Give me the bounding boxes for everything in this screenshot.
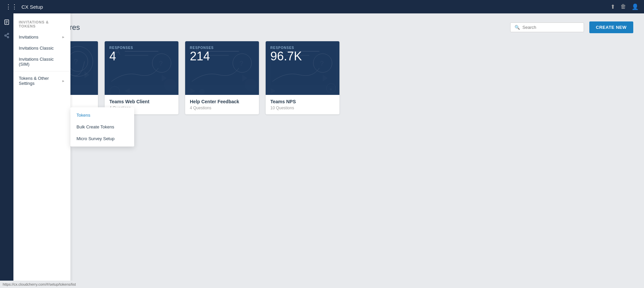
sidebar-item-questionnaires[interactable]	[0, 16, 13, 30]
svg-text:?: ?	[74, 57, 78, 66]
user-icon[interactable]: 👤	[632, 3, 639, 10]
submenu-item-micro-survey[interactable]: Micro Survey Setup	[70, 133, 134, 145]
status-url: https://cx.cloudcherry.com/#/setup/token…	[3, 282, 76, 286]
search-input[interactable]	[523, 25, 580, 30]
card-image-teams-web-client: A ? RESPONSES 4	[105, 41, 178, 95]
svg-point-30	[245, 79, 257, 91]
left-panel-item-invitations-classic[interactable]: Invitations Classic	[13, 43, 70, 54]
card-responses-teams-web: RESPONSES 4	[109, 46, 133, 63]
svg-point-21	[164, 79, 176, 91]
page-header: 4 Questionnaires 🔍 CREATE NEW	[24, 21, 633, 33]
left-panel-header: Invitations & Tokens	[13, 17, 70, 32]
card-teams-web-client[interactable]: A ? RESPONSES 4 Teams Web Client	[105, 41, 178, 114]
trash-icon[interactable]: 🗑	[621, 3, 626, 10]
svg-marker-31	[190, 88, 195, 94]
tokens-submenu: Tokens Bulk Create Tokens Micro Survey S…	[70, 107, 134, 147]
left-panel-item-tokens-settings[interactable]: Tokens & Other Settings ►	[13, 73, 70, 89]
svg-text:?: ?	[159, 60, 163, 67]
submenu-item-bulk-create[interactable]: Bulk Create Tokens	[70, 121, 134, 133]
card-responses-teams-nps: RESPONSES 96.7K	[270, 46, 302, 63]
svg-marker-23	[125, 88, 130, 94]
search-box[interactable]: 🔍	[510, 22, 584, 32]
svg-point-5	[5, 35, 6, 36]
svg-point-22	[110, 87, 120, 95]
svg-marker-39	[271, 88, 276, 94]
header-actions: 🔍 CREATE NEW	[510, 21, 633, 33]
search-icon: 🔍	[515, 25, 520, 30]
left-panel: Invitations & Tokens Invitations ► Invit…	[13, 13, 70, 288]
chevron-right-icon: ►	[62, 35, 65, 39]
topbar-actions: ⬆ 🗑 👤	[610, 3, 639, 10]
card-image-teams-nps: A ? ★ RESPONSES 96.7K	[266, 41, 339, 95]
card-teams-nps[interactable]: A ? ★ RESPONSES 96.7K Teams NPS	[266, 41, 339, 114]
left-panel-item-invitations[interactable]: Invitations ►	[13, 32, 70, 43]
svg-point-6	[7, 37, 9, 38]
share-icon	[4, 33, 10, 40]
left-panel-item-invitations-classic-sim[interactable]: Invitations Classic (SIM)	[13, 54, 70, 70]
svg-marker-38	[323, 75, 328, 81]
create-new-button[interactable]: CREATE NEW	[589, 21, 633, 33]
sidebar	[0, 13, 13, 288]
svg-text:★: ★	[329, 87, 333, 92]
card-body-help-center: Help Center Feedback 4 Questions	[185, 95, 259, 114]
svg-line-8	[6, 36, 7, 37]
sidebar-item-invitations[interactable]	[0, 30, 13, 43]
svg-text:?: ?	[320, 60, 324, 67]
grid-icon[interactable]: ⋮⋮	[5, 3, 17, 10]
chevron-right-icon-2: ►	[62, 79, 65, 83]
cards-grid: ? RESPONSES 4 Feedback 4 Questions A	[24, 41, 633, 114]
main-content: 4 Questionnaires 🔍 CREATE NEW ?	[13, 13, 644, 288]
svg-point-32	[199, 89, 205, 94]
app-title: CX Setup	[21, 4, 610, 10]
divider	[13, 71, 70, 71]
topbar: ⋮⋮ CX Setup ⬆ 🗑 👤	[0, 0, 644, 13]
card-responses-help-center: RESPONSES 214	[190, 46, 214, 63]
card-body-teams-nps: Teams NPS 10 Questions	[266, 95, 339, 114]
upload-icon[interactable]: ⬆	[610, 3, 615, 10]
statusbar: https://cx.cloudcherry.com/#/setup/token…	[0, 281, 644, 288]
clipboard-icon	[4, 19, 10, 26]
svg-marker-13	[85, 71, 90, 78]
submenu-item-tokens[interactable]: Tokens	[70, 109, 134, 121]
svg-point-4	[7, 33, 9, 35]
card-help-center[interactable]: A ? RESPONSES 214 Help Center Fee	[185, 41, 259, 114]
svg-text:?: ?	[239, 60, 243, 67]
svg-line-7	[6, 34, 7, 35]
card-image-help-center: A ? RESPONSES 214	[185, 41, 259, 95]
